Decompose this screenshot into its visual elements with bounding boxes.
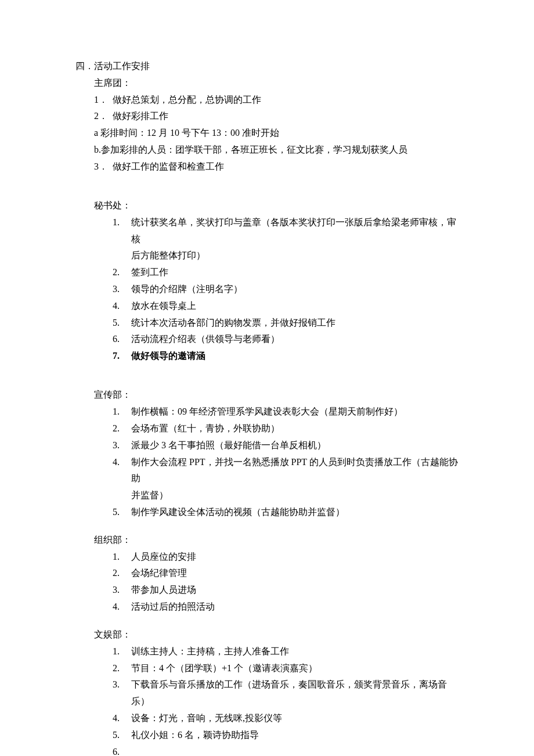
presidium-item-2: 2． 做好彩排工作 bbox=[94, 108, 459, 125]
item-text: 放水在领导桌上 bbox=[131, 298, 196, 315]
item-number: 1. bbox=[113, 214, 131, 248]
item-number: 4. bbox=[113, 710, 131, 727]
publicity-item-5: 5. 制作学风建设全体活动的视频（古越能协助并监督） bbox=[113, 504, 459, 521]
secretariat-item-2: 2. 签到工作 bbox=[113, 264, 459, 281]
presidium-item-3: 3． 做好工作的监督和检查工作 bbox=[94, 159, 459, 175]
item-text: 签到工作 bbox=[131, 264, 168, 281]
publicity-item-1: 1. 制作横幅：09 年经济管理系学风建设表彰大会（星期天前制作好） bbox=[113, 404, 459, 420]
item-text: 会场布置（红十，青协，外联协助） bbox=[131, 420, 280, 437]
organization-item-2: 2. 会场纪律管理 bbox=[113, 565, 459, 582]
item-number: 2. bbox=[113, 264, 131, 281]
item-text: 统计获奖名单，奖状打印与盖章（各版本奖状打印一张版后拿给梁老师审核，审核 bbox=[131, 214, 459, 248]
item-number: 5. bbox=[113, 315, 131, 332]
item-text: 礼仪小姐：6 名，颖诗协助指导 bbox=[131, 727, 259, 744]
item-number: 3. bbox=[113, 582, 131, 599]
item-number: 5. bbox=[113, 727, 131, 744]
item-number: 4. bbox=[113, 298, 131, 315]
item-text: 统计本次活动各部门的购物发票，并做好报销工作 bbox=[131, 315, 335, 332]
item-text: 做好总策划，总分配，总协调的工作 bbox=[113, 92, 261, 109]
secretariat-item-1: 1. 统计获奖名单，奖状打印与盖章（各版本奖状打印一张版后拿给梁老师审核，审核 bbox=[113, 214, 459, 248]
item-number: 1. bbox=[113, 549, 131, 566]
presidium-item-1: 1． 做好总策划，总分配，总协调的工作 bbox=[94, 92, 459, 109]
secretariat-item-5: 5. 统计本次活动各部门的购物发票，并做好报销工作 bbox=[113, 315, 459, 332]
item-text: 人员座位的安排 bbox=[131, 549, 196, 566]
presidium-sub-b: b.参加彩排的人员：团学联干部，各班正班长，征文比赛，学习规划获奖人员 bbox=[94, 142, 459, 159]
item-number: 1． bbox=[94, 92, 113, 109]
item-text: 做好彩排工作 bbox=[113, 108, 168, 125]
item-number: 2． bbox=[94, 108, 113, 125]
item-text: 活动过后的拍照活动 bbox=[131, 599, 215, 615]
section-four-title: 四．活动工作安排 bbox=[75, 58, 459, 75]
entertainment-header: 文娱部： bbox=[94, 627, 459, 643]
entertainment-item-1: 1. 训练主持人：主持稿，主持人准备工作 bbox=[113, 643, 459, 660]
publicity-header: 宣传部： bbox=[94, 387, 459, 404]
item-number: 6. bbox=[113, 331, 131, 348]
organization-item-4: 4. 活动过后的拍照活动 bbox=[113, 599, 459, 615]
secretariat-item-7: 7. 做好领导的邀请涵 bbox=[113, 348, 459, 365]
item-number: 3． bbox=[94, 159, 113, 175]
entertainment-item-6: 6. bbox=[113, 744, 459, 756]
item-text: 制作横幅：09 年经济管理系学风建设表彰大会（星期天前制作好） bbox=[131, 404, 403, 420]
item-text: 制作学风建设全体活动的视频（古越能协助并监督） bbox=[131, 504, 345, 521]
item-number: 3. bbox=[113, 437, 131, 454]
item-text: 节目：4 个（团学联）+1 个（邀请表演嘉宾） bbox=[131, 660, 317, 677]
item-number: 6. bbox=[113, 744, 131, 756]
item-text: 会场纪律管理 bbox=[131, 565, 187, 582]
presidium-header: 主席团： bbox=[94, 75, 459, 92]
entertainment-item-5: 5. 礼仪小姐：6 名，颖诗协助指导 bbox=[113, 727, 459, 744]
presidium-sub-a: a 彩排时间：12 月 10 号下午 13：00 准时开始 bbox=[94, 125, 459, 142]
publicity-item-4-cont: 并监督） bbox=[131, 487, 459, 504]
item-number: 3. bbox=[113, 281, 131, 298]
item-number: 2. bbox=[113, 660, 131, 677]
item-text: 做好工作的监督和检查工作 bbox=[113, 159, 224, 175]
item-text: 活动流程介绍表（供领导与老师看） bbox=[131, 331, 280, 348]
item-number: 2. bbox=[113, 420, 131, 437]
secretariat-header: 秘书处： bbox=[94, 197, 459, 214]
entertainment-item-2: 2. 节目：4 个（团学联）+1 个（邀请表演嘉宾） bbox=[113, 660, 459, 677]
publicity-item-2: 2. 会场布置（红十，青协，外联协助） bbox=[113, 420, 459, 437]
item-number: 4. bbox=[113, 599, 131, 615]
item-number: 5. bbox=[113, 504, 131, 521]
entertainment-item-4: 4. 设备：灯光，音响，无线咪,投影仪等 bbox=[113, 710, 459, 727]
item-number: 2. bbox=[113, 565, 131, 582]
item-number: 4. bbox=[113, 454, 131, 488]
item-text: 派最少 3 名干事拍照（最好能借一台单反相机） bbox=[131, 437, 326, 454]
item-number: 1. bbox=[113, 643, 131, 660]
organization-item-1: 1. 人员座位的安排 bbox=[113, 549, 459, 566]
item-text: 设备：灯光，音响，无线咪,投影仪等 bbox=[131, 710, 282, 727]
secretariat-item-1-cont: 后方能整体打印） bbox=[131, 247, 459, 264]
organization-header: 组织部： bbox=[94, 532, 459, 549]
secretariat-item-4: 4. 放水在领导桌上 bbox=[113, 298, 459, 315]
item-text: 训练主持人：主持稿，主持人准备工作 bbox=[131, 643, 289, 660]
item-text: 领导的介绍牌（注明名字） bbox=[131, 281, 243, 298]
item-number: 7. bbox=[113, 348, 131, 365]
secretariat-item-6: 6. 活动流程介绍表（供领导与老师看） bbox=[113, 331, 459, 348]
organization-item-3: 3. 带参加人员进场 bbox=[113, 582, 459, 599]
secretariat-item-3: 3. 领导的介绍牌（注明名字） bbox=[113, 281, 459, 298]
publicity-item-3: 3. 派最少 3 名干事拍照（最好能借一台单反相机） bbox=[113, 437, 459, 454]
item-text: 制作大会流程 PPT，并找一名熟悉播放 PPT 的人员到时负责播放工作（古越能协… bbox=[131, 454, 459, 488]
item-text: 带参加人员进场 bbox=[131, 582, 196, 599]
item-number: 3. bbox=[113, 676, 131, 710]
publicity-item-4: 4. 制作大会流程 PPT，并找一名熟悉播放 PPT 的人员到时负责播放工作（古… bbox=[113, 454, 459, 488]
entertainment-item-3: 3. 下载音乐与音乐播放的工作（进场音乐，奏国歌音乐，颁奖背景音乐，离场音乐） bbox=[113, 676, 459, 710]
item-text: 做好领导的邀请涵 bbox=[131, 348, 205, 365]
item-text: 下载音乐与音乐播放的工作（进场音乐，奏国歌音乐，颁奖背景音乐，离场音乐） bbox=[131, 676, 459, 710]
item-number: 1. bbox=[113, 404, 131, 420]
